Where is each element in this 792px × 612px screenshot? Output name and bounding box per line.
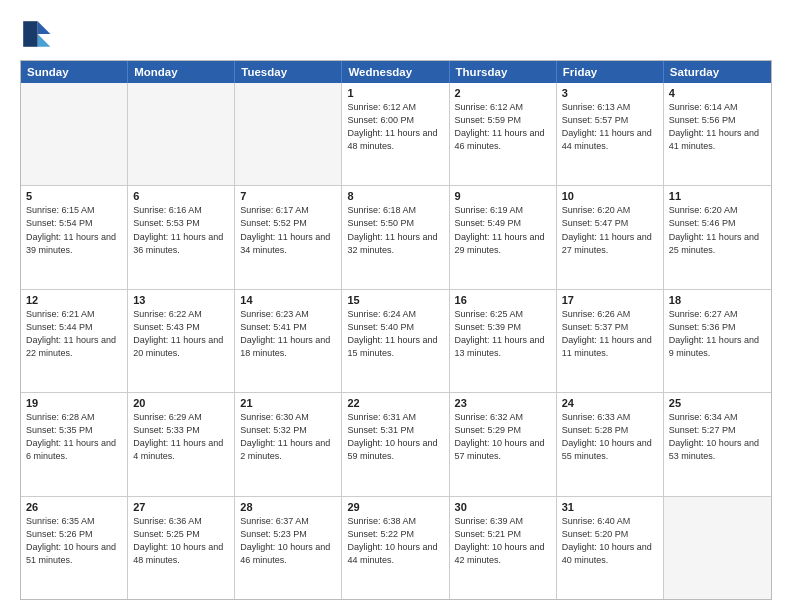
day-info: Sunrise: 6:18 AM Sunset: 5:50 PM Dayligh… [347, 204, 443, 256]
calendar-day-12: 12Sunrise: 6:21 AM Sunset: 5:44 PM Dayli… [21, 290, 128, 392]
day-number: 8 [347, 190, 443, 202]
day-info: Sunrise: 6:14 AM Sunset: 5:56 PM Dayligh… [669, 101, 766, 153]
day-number: 28 [240, 501, 336, 513]
day-number: 21 [240, 397, 336, 409]
day-info: Sunrise: 6:21 AM Sunset: 5:44 PM Dayligh… [26, 308, 122, 360]
day-number: 31 [562, 501, 658, 513]
svg-marker-1 [38, 34, 51, 47]
day-number: 7 [240, 190, 336, 202]
day-number: 26 [26, 501, 122, 513]
calendar-row-4: 26Sunrise: 6:35 AM Sunset: 5:26 PM Dayli… [21, 497, 771, 599]
calendar-day-31: 31Sunrise: 6:40 AM Sunset: 5:20 PM Dayli… [557, 497, 664, 599]
day-number: 22 [347, 397, 443, 409]
day-info: Sunrise: 6:20 AM Sunset: 5:47 PM Dayligh… [562, 204, 658, 256]
day-info: Sunrise: 6:40 AM Sunset: 5:20 PM Dayligh… [562, 515, 658, 567]
day-info: Sunrise: 6:12 AM Sunset: 6:00 PM Dayligh… [347, 101, 443, 153]
day-info: Sunrise: 6:36 AM Sunset: 5:25 PM Dayligh… [133, 515, 229, 567]
day-number: 20 [133, 397, 229, 409]
calendar-day-29: 29Sunrise: 6:38 AM Sunset: 5:22 PM Dayli… [342, 497, 449, 599]
calendar-day-14: 14Sunrise: 6:23 AM Sunset: 5:41 PM Dayli… [235, 290, 342, 392]
day-info: Sunrise: 6:20 AM Sunset: 5:46 PM Dayligh… [669, 204, 766, 256]
header-day-friday: Friday [557, 61, 664, 83]
logo-icon [20, 18, 52, 50]
day-number: 27 [133, 501, 229, 513]
calendar-row-0: 1Sunrise: 6:12 AM Sunset: 6:00 PM Daylig… [21, 83, 771, 186]
calendar-day-19: 19Sunrise: 6:28 AM Sunset: 5:35 PM Dayli… [21, 393, 128, 495]
day-number: 24 [562, 397, 658, 409]
calendar-day-2: 2Sunrise: 6:12 AM Sunset: 5:59 PM Daylig… [450, 83, 557, 185]
day-info: Sunrise: 6:28 AM Sunset: 5:35 PM Dayligh… [26, 411, 122, 463]
calendar-day-17: 17Sunrise: 6:26 AM Sunset: 5:37 PM Dayli… [557, 290, 664, 392]
day-info: Sunrise: 6:33 AM Sunset: 5:28 PM Dayligh… [562, 411, 658, 463]
calendar-day-3: 3Sunrise: 6:13 AM Sunset: 5:57 PM Daylig… [557, 83, 664, 185]
day-info: Sunrise: 6:16 AM Sunset: 5:53 PM Dayligh… [133, 204, 229, 256]
day-info: Sunrise: 6:25 AM Sunset: 5:39 PM Dayligh… [455, 308, 551, 360]
header-day-tuesday: Tuesday [235, 61, 342, 83]
logo [20, 18, 56, 50]
day-info: Sunrise: 6:29 AM Sunset: 5:33 PM Dayligh… [133, 411, 229, 463]
day-number: 3 [562, 87, 658, 99]
header-day-wednesday: Wednesday [342, 61, 449, 83]
day-info: Sunrise: 6:24 AM Sunset: 5:40 PM Dayligh… [347, 308, 443, 360]
page: SundayMondayTuesdayWednesdayThursdayFrid… [0, 0, 792, 612]
calendar-day-9: 9Sunrise: 6:19 AM Sunset: 5:49 PM Daylig… [450, 186, 557, 288]
calendar-day-30: 30Sunrise: 6:39 AM Sunset: 5:21 PM Dayli… [450, 497, 557, 599]
day-number: 4 [669, 87, 766, 99]
calendar-day-24: 24Sunrise: 6:33 AM Sunset: 5:28 PM Dayli… [557, 393, 664, 495]
header-day-monday: Monday [128, 61, 235, 83]
day-number: 10 [562, 190, 658, 202]
day-info: Sunrise: 6:23 AM Sunset: 5:41 PM Dayligh… [240, 308, 336, 360]
calendar-day-25: 25Sunrise: 6:34 AM Sunset: 5:27 PM Dayli… [664, 393, 771, 495]
day-number: 11 [669, 190, 766, 202]
day-info: Sunrise: 6:17 AM Sunset: 5:52 PM Dayligh… [240, 204, 336, 256]
day-info: Sunrise: 6:15 AM Sunset: 5:54 PM Dayligh… [26, 204, 122, 256]
calendar-day-23: 23Sunrise: 6:32 AM Sunset: 5:29 PM Dayli… [450, 393, 557, 495]
header-day-sunday: Sunday [21, 61, 128, 83]
day-info: Sunrise: 6:32 AM Sunset: 5:29 PM Dayligh… [455, 411, 551, 463]
calendar-day-16: 16Sunrise: 6:25 AM Sunset: 5:39 PM Dayli… [450, 290, 557, 392]
day-number: 5 [26, 190, 122, 202]
calendar-day-10: 10Sunrise: 6:20 AM Sunset: 5:47 PM Dayli… [557, 186, 664, 288]
calendar-day-18: 18Sunrise: 6:27 AM Sunset: 5:36 PM Dayli… [664, 290, 771, 392]
calendar-header: SundayMondayTuesdayWednesdayThursdayFrid… [21, 61, 771, 83]
calendar-day-7: 7Sunrise: 6:17 AM Sunset: 5:52 PM Daylig… [235, 186, 342, 288]
day-info: Sunrise: 6:38 AM Sunset: 5:22 PM Dayligh… [347, 515, 443, 567]
day-number: 17 [562, 294, 658, 306]
calendar-day-5: 5Sunrise: 6:15 AM Sunset: 5:54 PM Daylig… [21, 186, 128, 288]
day-info: Sunrise: 6:30 AM Sunset: 5:32 PM Dayligh… [240, 411, 336, 463]
calendar-empty-cell [664, 497, 771, 599]
svg-rect-2 [23, 21, 37, 47]
header-day-saturday: Saturday [664, 61, 771, 83]
header [20, 18, 772, 50]
calendar-day-15: 15Sunrise: 6:24 AM Sunset: 5:40 PM Dayli… [342, 290, 449, 392]
day-number: 25 [669, 397, 766, 409]
day-info: Sunrise: 6:37 AM Sunset: 5:23 PM Dayligh… [240, 515, 336, 567]
day-info: Sunrise: 6:39 AM Sunset: 5:21 PM Dayligh… [455, 515, 551, 567]
calendar-empty-cell [21, 83, 128, 185]
calendar-day-8: 8Sunrise: 6:18 AM Sunset: 5:50 PM Daylig… [342, 186, 449, 288]
day-number: 16 [455, 294, 551, 306]
calendar-body: 1Sunrise: 6:12 AM Sunset: 6:00 PM Daylig… [21, 83, 771, 599]
calendar-day-27: 27Sunrise: 6:36 AM Sunset: 5:25 PM Dayli… [128, 497, 235, 599]
calendar-day-1: 1Sunrise: 6:12 AM Sunset: 6:00 PM Daylig… [342, 83, 449, 185]
calendar-day-20: 20Sunrise: 6:29 AM Sunset: 5:33 PM Dayli… [128, 393, 235, 495]
calendar-day-6: 6Sunrise: 6:16 AM Sunset: 5:53 PM Daylig… [128, 186, 235, 288]
day-info: Sunrise: 6:35 AM Sunset: 5:26 PM Dayligh… [26, 515, 122, 567]
calendar: SundayMondayTuesdayWednesdayThursdayFrid… [20, 60, 772, 600]
day-number: 15 [347, 294, 443, 306]
day-number: 12 [26, 294, 122, 306]
calendar-day-28: 28Sunrise: 6:37 AM Sunset: 5:23 PM Dayli… [235, 497, 342, 599]
calendar-row-3: 19Sunrise: 6:28 AM Sunset: 5:35 PM Dayli… [21, 393, 771, 496]
day-number: 1 [347, 87, 443, 99]
day-info: Sunrise: 6:13 AM Sunset: 5:57 PM Dayligh… [562, 101, 658, 153]
day-info: Sunrise: 6:31 AM Sunset: 5:31 PM Dayligh… [347, 411, 443, 463]
svg-marker-0 [38, 21, 51, 34]
calendar-day-13: 13Sunrise: 6:22 AM Sunset: 5:43 PM Dayli… [128, 290, 235, 392]
calendar-empty-cell [128, 83, 235, 185]
day-info: Sunrise: 6:26 AM Sunset: 5:37 PM Dayligh… [562, 308, 658, 360]
calendar-day-22: 22Sunrise: 6:31 AM Sunset: 5:31 PM Dayli… [342, 393, 449, 495]
calendar-day-11: 11Sunrise: 6:20 AM Sunset: 5:46 PM Dayli… [664, 186, 771, 288]
day-number: 14 [240, 294, 336, 306]
calendar-empty-cell [235, 83, 342, 185]
day-info: Sunrise: 6:12 AM Sunset: 5:59 PM Dayligh… [455, 101, 551, 153]
